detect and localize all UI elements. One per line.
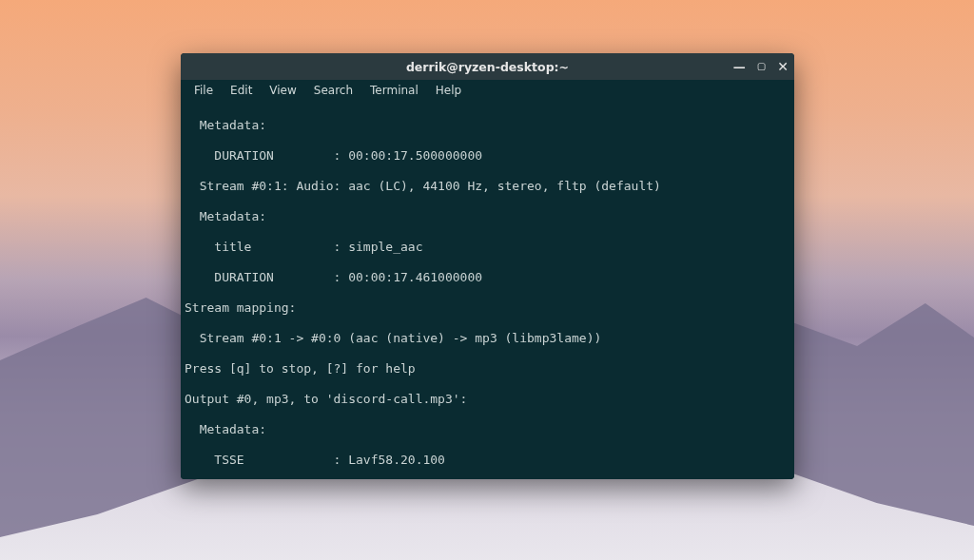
window-title: derrik@ryzen-desktop:~ [181,60,794,74]
menubar: File Edit View Search Terminal Help [181,80,794,101]
menu-help[interactable]: Help [428,82,469,99]
output-line: Metadata: [185,422,792,437]
output-line: DURATION : 00:00:17.461000000 [185,270,792,285]
window-controls: — ▢ ✕ [733,53,789,80]
menu-file[interactable]: File [186,82,221,99]
output-line: Press [q] to stop, [?] for help [185,361,792,377]
close-button[interactable]: ✕ [777,60,789,73]
output-line: Metadata: [185,209,792,224]
output-line: TSSE : Lavf58.20.100 [185,453,792,468]
menu-terminal[interactable]: Terminal [362,82,426,99]
minimize-button[interactable]: — [733,61,746,73]
maximize-button[interactable]: ▢ [757,62,766,71]
menu-search[interactable]: Search [306,82,360,99]
menu-edit[interactable]: Edit [223,82,260,99]
output-line: title : simple_aac [185,240,792,255]
output-line: Stream mapping: [185,300,792,316]
titlebar[interactable]: derrik@ryzen-desktop:~ — ▢ ✕ [181,53,794,80]
menu-view[interactable]: View [262,82,303,99]
output-line: Stream #0:1 -> #0:0 (aac (native) -> mp3… [185,331,792,346]
terminal-body[interactable]: Metadata: DURATION : 00:00:17.500000000 … [181,101,794,479]
output-line: Output #0, mp3, to 'discord-call.mp3': [185,392,792,407]
output-line: Metadata: [185,118,792,133]
terminal-window: derrik@ryzen-desktop:~ — ▢ ✕ File Edit V… [181,53,794,479]
output-line: DURATION : 00:00:17.500000000 [185,148,792,164]
output-line: Stream #0:1: Audio: aac (LC), 44100 Hz, … [185,179,792,194]
